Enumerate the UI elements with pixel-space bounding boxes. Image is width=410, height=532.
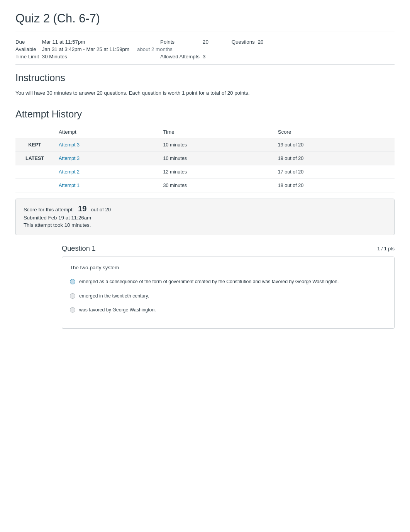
due-value: Mar 11 at 11:57pm: [42, 38, 137, 46]
question-1-text: The two-party system: [70, 265, 386, 270]
meta-info: Due Mar 11 at 11:57pm Points 20 Question…: [15, 38, 266, 60]
attempt-history-title: Attempt History: [15, 109, 395, 120]
answer-option-1: emerged as a consequence of the form of …: [70, 278, 386, 285]
time-limit-value: 30 Minutes: [42, 53, 137, 60]
available-hint: about 2 months: [137, 46, 203, 53]
attempt-link-3[interactable]: Attempt 2: [54, 165, 158, 179]
attempt-time-1: 10 minutes: [158, 138, 273, 152]
allowed-attempts-label: Allowed Attempts: [137, 53, 203, 60]
points-value: 20: [203, 38, 232, 46]
attempt-link-1[interactable]: Attempt 3: [54, 138, 158, 152]
attempt-score-1: 19 out of 20: [273, 138, 395, 152]
radio-3[interactable]: [70, 307, 75, 313]
due-label: Due: [15, 38, 42, 46]
attempt-badge-3: [15, 165, 54, 179]
col-score: Score: [273, 126, 395, 138]
attempt-time-2: 10 minutes: [158, 152, 273, 165]
page-title: Quiz 2 (Ch. 6-7): [15, 12, 395, 25]
title-divider: [15, 32, 395, 32]
attempt-badge-2: LATEST: [15, 152, 54, 165]
col-time: Time: [158, 126, 273, 138]
time-taken-line: This attempt took 10 minutes.: [24, 222, 386, 228]
question-1-points: 1 / 1 pts: [377, 246, 395, 252]
attempt-time-4: 30 minutes: [158, 179, 273, 192]
attempt-badge-4: [15, 179, 54, 192]
score-summary: Score for this attempt: 19 out of 20 Sub…: [15, 199, 395, 235]
attempt-row-4: Attempt 1 30 minutes 18 out of 20: [15, 179, 395, 192]
answer-text-2: emerged in the twentieth century.: [79, 292, 149, 299]
radio-1[interactable]: [70, 279, 75, 284]
available-label: Available: [15, 46, 42, 53]
answer-option-2: emerged in the twentieth century.: [70, 292, 386, 299]
points-label: Points: [137, 38, 203, 46]
attempt-row-1: KEPT Attempt 3 10 minutes 19 out of 20: [15, 138, 395, 152]
score-line: Score for this attempt: 19 out of 20: [24, 204, 386, 213]
attempt-time-3: 12 minutes: [158, 165, 273, 179]
time-limit-label: Time Limit: [15, 53, 42, 60]
attempt-score-3: 17 out of 20: [273, 165, 395, 179]
meta-divider: [15, 64, 395, 65]
available-value: Jan 31 at 3:42pm - Mar 25 at 11:59pm: [42, 46, 137, 53]
attempt-link-4[interactable]: Attempt 1: [54, 179, 158, 192]
submitted-line: Submitted Feb 19 at 11:26am: [24, 215, 386, 221]
answer-text-3: was favored by George Washington.: [79, 306, 156, 313]
question-1-container: Question 1 1 / 1 pts The two-party syste…: [62, 245, 395, 328]
attempt-row-2: LATEST Attempt 3 10 minutes 19 out of 20: [15, 152, 395, 165]
question-1-title: Question 1: [62, 245, 96, 253]
col-attempt: Attempt: [54, 126, 158, 138]
answers-container: emerged as a consequence of the form of …: [70, 278, 386, 313]
allowed-attempts-value: 3: [203, 53, 232, 60]
answer-option-3: was favored by George Washington.: [70, 306, 386, 313]
instructions-text: You will have 30 minutes to answer 20 qu…: [15, 89, 395, 97]
attempt-score-2: 19 out of 20: [273, 152, 395, 165]
questions-label: Questions: [232, 38, 258, 46]
question-1-header: Question 1 1 / 1 pts: [62, 245, 395, 253]
questions-value: 20: [258, 38, 267, 46]
instructions-title: Instructions: [15, 72, 395, 83]
attempt-row-3: Attempt 2 12 minutes 17 out of 20: [15, 165, 395, 179]
col-badge: [15, 126, 54, 138]
score-for-attempt-label: Score for this attempt:: [24, 207, 74, 212]
score-suffix: out of 20: [91, 207, 111, 212]
score-number: 19: [78, 204, 86, 213]
attempt-score-4: 18 out of 20: [273, 179, 395, 192]
attempt-history-table: Attempt Time Score KEPT Attempt 3 10 min…: [15, 126, 395, 192]
question-1-box: The two-party system emerged as a conseq…: [62, 257, 395, 328]
attempt-badge-1: KEPT: [15, 138, 54, 152]
answer-text-1: emerged as a consequence of the form of …: [79, 278, 339, 285]
attempt-link-2[interactable]: Attempt 3: [54, 152, 158, 165]
radio-2[interactable]: [70, 293, 75, 299]
